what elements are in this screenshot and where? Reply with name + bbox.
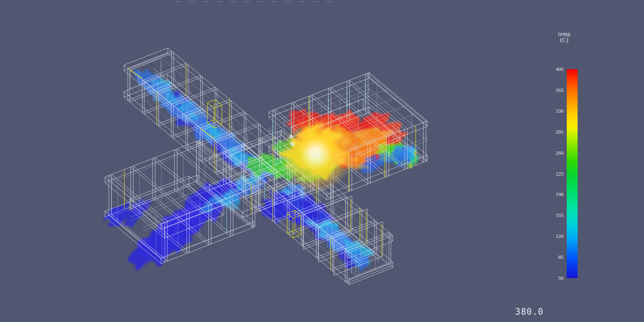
colorbar-tick: 120	[538, 233, 564, 239]
wireframe-structure	[105, 48, 427, 285]
app-window: { "app": { "background_color": "#515770"…	[0, 0, 644, 322]
colorbar-tick: 155	[538, 212, 564, 219]
colorbar-tick: 400	[538, 66, 564, 72]
colorbar-unit-label: (C)	[560, 37, 569, 43]
colorbar-tick: 295	[538, 129, 564, 135]
colorbar-gradient	[567, 69, 578, 278]
colorbar-tick: 225	[538, 171, 564, 177]
colorbar-tick: 330	[538, 108, 564, 114]
colorbar-tick: 365	[538, 87, 564, 93]
colorbar-tick: 85	[538, 254, 564, 260]
simulation-time: 380.0	[515, 306, 544, 317]
colorbar-tick: 260	[538, 150, 564, 156]
colorbar-quantity-label: temp	[558, 31, 571, 37]
colorbar-tick: 50	[538, 275, 564, 281]
colorbar-title: temp (C)	[544, 31, 584, 43]
colorbar-tick: 190	[538, 191, 564, 198]
viewport-3d[interactable]	[0, 0, 644, 322]
